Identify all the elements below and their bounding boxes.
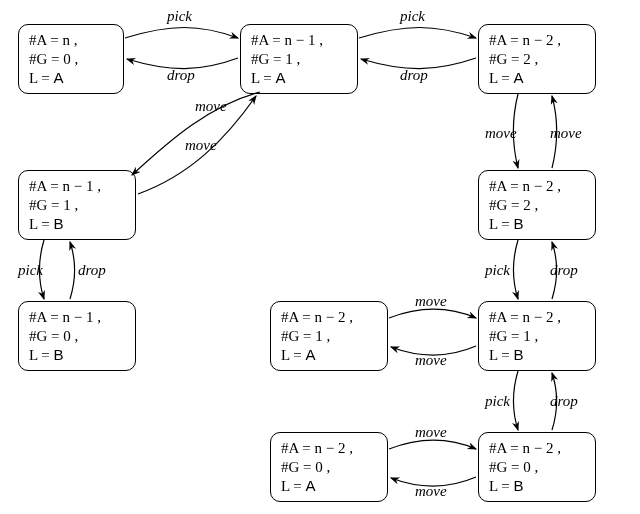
node-line-a: #A = n − 2 , (489, 177, 585, 196)
node-line-l: L = B (489, 477, 585, 496)
node-line-l: L = B (29, 215, 125, 234)
node-line-l: L = A (29, 69, 113, 88)
node-line-g: #G = 2 , (489, 50, 585, 69)
node-line-g: #G = 0 , (489, 458, 585, 477)
state-node-s3: #A = n − 2 , #G = 2 , L = A (478, 24, 596, 94)
edge-label: drop (167, 67, 195, 84)
node-line-l: L = B (489, 346, 585, 365)
edge-label: move (415, 483, 447, 500)
node-line-a: #A = n − 2 , (281, 439, 377, 458)
node-line-g: #G = 2 , (489, 196, 585, 215)
edge-label: move (415, 293, 447, 310)
node-line-g: #G = 0 , (29, 50, 113, 69)
node-line-a: #A = n − 2 , (281, 308, 377, 327)
node-line-g: #G = 1 , (251, 50, 347, 69)
node-line-a: #A = n − 1 , (29, 177, 125, 196)
state-node-s6: #A = n − 2 , #G = 2 , L = B (478, 170, 596, 240)
node-line-l: L = B (29, 346, 125, 365)
node-line-a: #A = n − 2 , (489, 308, 585, 327)
edge-label: move (185, 137, 217, 154)
node-line-a: #A = n − 1 , (251, 31, 347, 50)
edge-label: move (550, 125, 582, 142)
edge-label: pick (400, 8, 425, 25)
node-line-l: L = A (281, 477, 377, 496)
edge-label: drop (78, 262, 106, 279)
node-line-g: #G = 1 , (489, 327, 585, 346)
node-line-g: #G = 0 , (29, 327, 125, 346)
node-line-g: #G = 1 , (281, 327, 377, 346)
node-line-a: #A = n − 2 , (489, 439, 585, 458)
state-node-s5: #A = n − 1 , #G = 0 , L = B (18, 301, 136, 371)
edge-label: move (415, 352, 447, 369)
node-line-g: #G = 0 , (281, 458, 377, 477)
node-line-l: L = A (281, 346, 377, 365)
node-line-l: L = B (489, 215, 585, 234)
state-node-s8: #A = n − 2 , #G = 1 , L = B (478, 301, 596, 371)
edge-label: drop (400, 67, 428, 84)
state-node-s9: #A = n − 2 , #G = 0 , L = A (270, 432, 388, 502)
edge-label: drop (550, 262, 578, 279)
edge-label: move (195, 98, 227, 115)
state-node-s2: #A = n − 1 , #G = 1 , L = A (240, 24, 358, 94)
edge-label: pick (18, 262, 43, 279)
edge-label: pick (485, 262, 510, 279)
node-line-l: L = A (489, 69, 585, 88)
node-line-l: L = A (251, 69, 347, 88)
node-line-g: #G = 1 , (29, 196, 125, 215)
edge-label: move (485, 125, 517, 142)
state-node-s10: #A = n − 2 , #G = 0 , L = B (478, 432, 596, 502)
edge-label: pick (167, 8, 192, 25)
node-line-a: #A = n , (29, 31, 113, 50)
state-node-s7: #A = n − 2 , #G = 1 , L = A (270, 301, 388, 371)
edge-label: pick (485, 393, 510, 410)
state-node-s1: #A = n , #G = 0 , L = A (18, 24, 124, 94)
edge-label: drop (550, 393, 578, 410)
node-line-a: #A = n − 2 , (489, 31, 585, 50)
node-line-a: #A = n − 1 , (29, 308, 125, 327)
edge-label: move (415, 424, 447, 441)
state-node-s4: #A = n − 1 , #G = 1 , L = B (18, 170, 136, 240)
